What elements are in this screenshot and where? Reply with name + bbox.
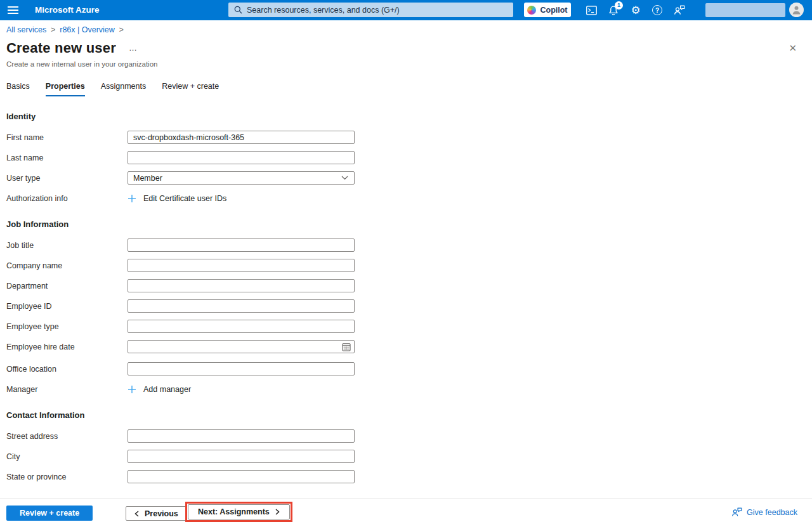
- breadcrumb-r86x-overview[interactable]: r86x | Overview: [60, 25, 115, 34]
- breadcrumb: All services > r86x | Overview >: [6, 25, 124, 34]
- tab-review-create[interactable]: Review + create: [162, 82, 219, 96]
- employee-hire-date-input[interactable]: [133, 343, 342, 351]
- city-input[interactable]: [128, 450, 355, 463]
- field-label: Company name: [6, 261, 128, 270]
- field-label: Manager: [6, 385, 128, 394]
- azure-brand-title: Microsoft Azure: [35, 0, 100, 20]
- field-label: User type: [6, 174, 128, 183]
- copilot-icon: [527, 6, 536, 15]
- edit-certificate-user-ids-link[interactable]: Edit Certificate user IDs: [128, 194, 226, 203]
- job-title-input[interactable]: [128, 238, 355, 252]
- next-assignments-button[interactable]: Next: Assignments: [188, 504, 290, 519]
- review-create-button[interactable]: Review + create: [6, 506, 93, 521]
- chevron-right-icon: [275, 509, 280, 515]
- field-label: Employee ID: [6, 302, 128, 311]
- account-info-redacted[interactable]: [705, 3, 785, 17]
- give-feedback-label: Give feedback: [747, 508, 797, 517]
- global-search-box[interactable]: [228, 3, 513, 17]
- copilot-label: Copilot: [540, 6, 567, 15]
- page-title: Create new user: [6, 40, 116, 56]
- person-icon: [792, 5, 801, 15]
- state-or-province-input[interactable]: [128, 470, 355, 483]
- street-address-input[interactable]: [128, 429, 355, 443]
- form-row: Office location: [6, 362, 412, 375]
- user-type-select[interactable]: Member: [128, 171, 355, 185]
- plus-icon: [128, 385, 136, 394]
- form-row: Authorization info Edit Certificate user…: [6, 192, 412, 205]
- form-row: Last name: [6, 151, 412, 164]
- employee-id-input[interactable]: [128, 299, 355, 313]
- office-location-input[interactable]: [128, 362, 355, 375]
- settings-button[interactable]: ⚙: [627, 3, 644, 17]
- first-name-input[interactable]: [128, 131, 355, 144]
- tab-properties[interactable]: Properties: [46, 82, 85, 96]
- chevron-left-icon: [134, 511, 139, 517]
- contact-information-section: Contact Information Street address City …: [6, 410, 412, 483]
- link-label: Add manager: [143, 385, 191, 394]
- breadcrumb-separator: >: [51, 25, 55, 34]
- gear-icon: ⚙: [631, 5, 640, 16]
- avatar[interactable]: [789, 3, 804, 17]
- plus-icon: [128, 194, 136, 203]
- field-label: Employee hire date: [6, 343, 128, 351]
- form-row: City: [6, 450, 412, 463]
- employee-hire-date-field[interactable]: [128, 340, 355, 353]
- previous-button[interactable]: Previous: [126, 506, 187, 521]
- field-label: Street address: [6, 432, 128, 441]
- wizard-footer-bar: Review + create Previous Next: Assignmen…: [0, 499, 812, 522]
- field-label: State or province: [6, 473, 128, 481]
- calendar-icon[interactable]: [342, 343, 351, 351]
- section-heading-contact-information: Contact Information: [6, 410, 412, 420]
- section-heading-identity: Identity: [6, 112, 412, 121]
- job-information-section: Job Information Job title Company name D…: [6, 219, 412, 396]
- global-search-input[interactable]: [247, 6, 508, 15]
- form-row: Employee hire date: [6, 340, 412, 353]
- tab-assignments[interactable]: Assignments: [101, 82, 147, 96]
- field-label: Authorization info: [6, 194, 128, 203]
- azure-top-bar: Microsoft Azure Copilot 1 ⚙ ?: [0, 0, 812, 20]
- breadcrumb-separator: >: [119, 25, 124, 34]
- form-row: Manager Add manager: [6, 382, 412, 396]
- breadcrumb-all-services[interactable]: All services: [6, 25, 46, 34]
- field-label: Job title: [6, 241, 128, 250]
- close-icon[interactable]: ✕: [789, 43, 797, 53]
- form-row: Department: [6, 279, 412, 292]
- give-feedback-link[interactable]: Give feedback: [731, 507, 797, 517]
- next-label: Next: Assignments: [198, 507, 270, 516]
- field-label: Office location: [6, 365, 128, 374]
- terminal-icon: [586, 6, 597, 15]
- field-label: Department: [6, 282, 128, 290]
- wizard-tabs: Basics Properties Assignments Review + c…: [6, 82, 219, 96]
- notifications-button[interactable]: 1: [605, 3, 622, 17]
- field-label: Last name: [6, 153, 128, 162]
- bell-icon: 1: [608, 5, 619, 16]
- link-label: Edit Certificate user IDs: [143, 194, 226, 203]
- form-row: User type Member: [6, 171, 412, 185]
- company-name-input[interactable]: [128, 259, 355, 272]
- annotation-highlight-red-box: Next: Assignments: [185, 502, 292, 522]
- form-row: Job title: [6, 238, 412, 252]
- more-options-icon[interactable]: …: [129, 43, 138, 53]
- cloud-shell-button[interactable]: [583, 3, 599, 17]
- section-heading-job-information: Job Information: [6, 219, 412, 229]
- last-name-input[interactable]: [128, 151, 355, 164]
- feedback-icon: [674, 5, 685, 15]
- tab-basics[interactable]: Basics: [6, 82, 30, 96]
- department-input[interactable]: [128, 279, 355, 292]
- feedback-button[interactable]: [671, 3, 688, 17]
- chevron-down-icon: [341, 176, 348, 180]
- form-row: Company name: [6, 259, 412, 272]
- copilot-button[interactable]: Copilot: [524, 3, 571, 17]
- employee-type-input[interactable]: [128, 320, 355, 333]
- feedback-icon: [731, 507, 742, 517]
- page-subtitle: Create a new internal user in your organ…: [6, 60, 157, 68]
- form-row: Employee ID: [6, 299, 412, 313]
- hamburger-menu-button[interactable]: [4, 4, 22, 16]
- form-row: Employee type: [6, 320, 412, 333]
- form-row: State or province: [6, 470, 412, 483]
- help-button[interactable]: ?: [649, 3, 665, 17]
- user-type-value: Member: [133, 174, 162, 183]
- add-manager-link[interactable]: Add manager: [128, 385, 191, 394]
- help-icon: ?: [652, 5, 662, 15]
- field-label: Employee type: [6, 322, 128, 331]
